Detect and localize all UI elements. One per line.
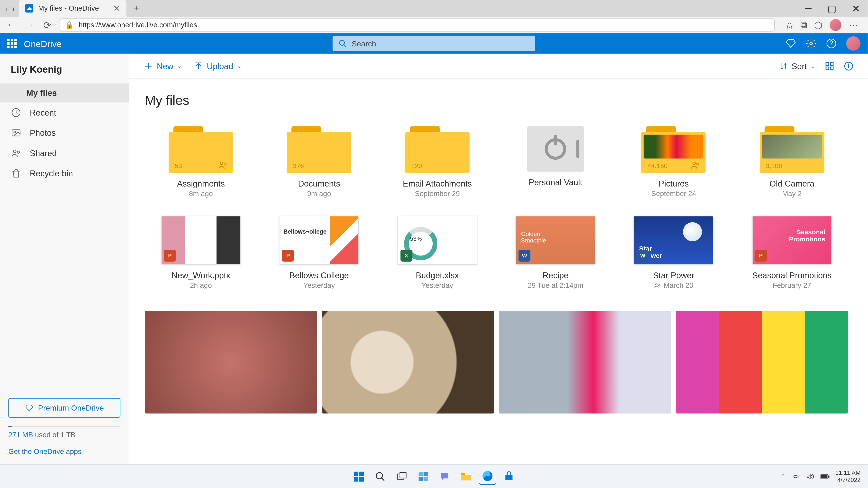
- settings-gear-icon[interactable]: [806, 38, 816, 49]
- photo-item[interactable]: [145, 311, 317, 413]
- app-launcher-icon[interactable]: [7, 39, 17, 48]
- people-icon: [11, 148, 21, 158]
- new-label: New: [157, 61, 173, 71]
- chat-icon[interactable]: [436, 468, 453, 485]
- info-icon[interactable]: [844, 61, 854, 71]
- upload-button[interactable]: Upload ⌄: [194, 61, 242, 71]
- item-sub: 8m ago: [189, 190, 213, 198]
- item-sub: September 29: [415, 190, 460, 198]
- folder-count: 376: [293, 162, 304, 169]
- svg-point-7: [13, 150, 16, 153]
- folder-item[interactable]: 44,160PicturesSeptember 24: [618, 126, 730, 198]
- refresh-button[interactable]: ⟳: [42, 19, 52, 31]
- folder-icon: 3,106: [760, 126, 824, 173]
- get-apps-link[interactable]: Get the OneDrive apps: [8, 448, 120, 456]
- svg-rect-27: [354, 477, 359, 482]
- volume-icon[interactable]: [806, 472, 814, 480]
- sidebar-item-myfiles[interactable]: My files: [0, 84, 129, 103]
- tray-chevron-icon[interactable]: ⌃: [781, 473, 785, 480]
- wifi-icon[interactable]: [791, 472, 800, 480]
- store-icon[interactable]: [500, 468, 517, 485]
- svg-point-6: [14, 131, 16, 133]
- collections-icon[interactable]: ⧉: [800, 20, 807, 30]
- folder-thumb: [762, 135, 822, 159]
- svg-rect-26: [359, 471, 364, 476]
- search-icon: [338, 39, 347, 47]
- date-text: 4/7/2022: [835, 476, 861, 483]
- forward-button: →: [24, 20, 34, 30]
- file-item[interactable]: PNew_Work.pptx2h ago: [145, 216, 257, 290]
- file-item[interactable]: PBellows CollegeYesterday: [263, 216, 375, 290]
- minimize-button[interactable]: ─: [796, 0, 820, 17]
- file-grid: PNew_Work.pptx2h agoPBellows CollegeYest…: [145, 216, 848, 290]
- file-item[interactable]: PSeasonal PromotionsFebruary 27: [736, 216, 848, 290]
- file-item[interactable]: WStar PowerMarch 20: [618, 216, 730, 290]
- search-input[interactable]: [352, 39, 529, 48]
- premium-button[interactable]: Premium OneDrive: [8, 398, 120, 418]
- plus-icon: [144, 61, 153, 71]
- item-sub: 29 Tue at 2:14pm: [528, 281, 583, 290]
- sidebar-item-recent[interactable]: Recent: [0, 102, 129, 123]
- tab-actions-icon[interactable]: ▭: [5, 3, 16, 14]
- extensions-icon[interactable]: ⬡: [814, 19, 822, 31]
- svg-point-29: [376, 473, 382, 479]
- photo-icon: [11, 128, 21, 138]
- favorite-icon[interactable]: ✩: [785, 19, 794, 31]
- storage-text: 271 MB used of 1 TB: [8, 431, 120, 439]
- sort-button[interactable]: Sort ⌄: [780, 61, 815, 71]
- item-sub: Yesterday: [303, 281, 335, 290]
- folder-item[interactable]: 120Email AttachmentsSeptember 29: [381, 126, 493, 198]
- search-box[interactable]: [333, 36, 535, 51]
- chevron-down-icon: ⌄: [810, 62, 815, 69]
- sidebar-item-shared[interactable]: Shared: [0, 143, 129, 163]
- new-button[interactable]: New ⌄: [144, 61, 182, 71]
- folder-item[interactable]: 376Documents9m ago: [263, 126, 375, 198]
- back-button[interactable]: ←: [6, 20, 17, 30]
- account-avatar[interactable]: [846, 36, 861, 51]
- photo-item[interactable]: [499, 311, 671, 413]
- sidebar-item-photos[interactable]: Photos: [0, 123, 129, 143]
- svg-rect-34: [424, 472, 428, 476]
- item-name: Star Power: [653, 270, 694, 280]
- svg-rect-37: [461, 473, 465, 475]
- storage-bar: [8, 426, 120, 427]
- file-item[interactable]: XBudget.xlsxYesterday: [381, 216, 493, 290]
- view-tiles-icon[interactable]: [825, 61, 834, 71]
- task-view-icon[interactable]: [393, 468, 410, 485]
- onedrive-favicon-icon: [25, 4, 33, 12]
- folder-item[interactable]: 3,106Old CameraMay 2: [736, 126, 848, 198]
- folder-item[interactable]: 53Assignments8m ago: [145, 126, 257, 198]
- svg-rect-35: [419, 477, 423, 481]
- help-icon[interactable]: [826, 38, 837, 49]
- edge-icon[interactable]: [479, 468, 496, 485]
- svg-point-21: [693, 162, 696, 164]
- vault-icon: [527, 126, 584, 171]
- tab-title: My files - OneDrive: [38, 4, 99, 12]
- folder-item[interactable]: Personal Vault: [499, 126, 612, 198]
- explorer-icon[interactable]: [458, 468, 474, 485]
- photo-item[interactable]: [676, 311, 848, 413]
- profile-avatar[interactable]: [830, 19, 841, 31]
- clock[interactable]: 11:11 AM 4/7/2022: [835, 469, 861, 483]
- close-tab-icon[interactable]: ✕: [113, 3, 120, 13]
- app-header: OneDrive: [0, 33, 868, 54]
- taskbar-search-icon[interactable]: [372, 468, 389, 485]
- file-item[interactable]: WRecipe29 Tue at 2:14pm: [499, 216, 612, 290]
- close-window-button[interactable]: ✕: [844, 0, 868, 17]
- browser-tab[interactable]: My files - OneDrive ✕: [19, 0, 126, 17]
- file-thumbnail: P: [752, 216, 832, 264]
- start-button[interactable]: [350, 468, 367, 485]
- premium-diamond-icon[interactable]: [785, 38, 796, 49]
- sidebar-item-recyclebin[interactable]: Recycle bin: [0, 163, 129, 184]
- widgets-icon[interactable]: [415, 468, 432, 485]
- photo-item[interactable]: [322, 311, 494, 413]
- time-text: 11:11 AM: [835, 469, 861, 476]
- url-input[interactable]: 🔒 https://www.onedrive.live.com/myfiles: [60, 19, 775, 31]
- maximize-button[interactable]: ▢: [820, 0, 844, 17]
- battery-icon[interactable]: [820, 473, 829, 480]
- svg-point-20: [224, 163, 226, 165]
- item-name: Email Attachments: [403, 179, 472, 188]
- new-tab-button[interactable]: +: [130, 3, 143, 14]
- lock-icon: 🔒: [65, 21, 74, 29]
- more-icon[interactable]: ⋯: [849, 19, 858, 31]
